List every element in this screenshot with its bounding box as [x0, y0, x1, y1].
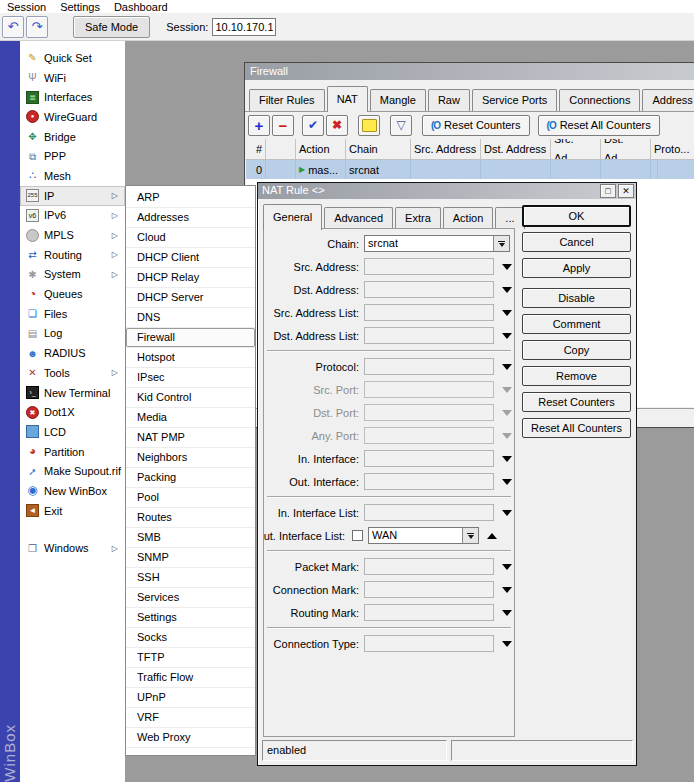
dropdown-arrow-icon[interactable]	[502, 264, 512, 270]
submenu-item[interactable]: SSH	[126, 568, 255, 588]
firewall-tab[interactable]: Connections	[559, 89, 640, 111]
dropdown-arrow-icon[interactable]	[502, 287, 512, 293]
sidebar-item[interactable]: ❐ Windows	[20, 539, 125, 559]
submenu-item[interactable]: Cloud	[126, 228, 255, 248]
sidebar-item[interactable]: ∴ Mesh	[20, 166, 125, 186]
dialog-button[interactable]: Cancel	[522, 232, 631, 252]
firewall-titlebar[interactable]: Firewall	[245, 63, 694, 80]
dialog-titlebar[interactable]: NAT Rule <>	[258, 183, 636, 199]
add-rule-button[interactable]: +	[248, 115, 270, 136]
submenu-item[interactable]: Addresses	[126, 208, 255, 228]
dialog-tab[interactable]: Extra	[395, 207, 441, 229]
field-input[interactable]	[364, 604, 494, 621]
sidebar-item[interactable]: ● WireGuard	[20, 107, 125, 127]
dropdown-arrow-icon[interactable]	[502, 387, 512, 393]
dropdown-arrow-icon[interactable]	[502, 410, 512, 416]
sidebar-item[interactable]: Ψ WiFi	[20, 68, 125, 88]
dialog-tab[interactable]: ...	[495, 207, 524, 229]
column-header[interactable]: Proto...	[651, 139, 694, 159]
enable-rule-button[interactable]: ✔	[302, 115, 324, 136]
field-input[interactable]	[364, 404, 494, 421]
submenu-item[interactable]: Services	[126, 588, 255, 608]
combo-dropdown-icon[interactable]	[493, 236, 509, 251]
sidebar-item[interactable]: LCD	[20, 422, 125, 442]
dropdown-arrow-icon[interactable]	[502, 479, 512, 485]
firewall-tab[interactable]: Filter Rules	[249, 89, 325, 111]
field-input[interactable]	[364, 258, 494, 275]
menu-item[interactable]: Settings	[53, 1, 107, 13]
field-checkbox[interactable]	[352, 530, 363, 541]
column-header[interactable]: Chain	[346, 139, 411, 159]
sidebar-item[interactable]: ◄ Exit	[20, 501, 125, 521]
submenu-item[interactable]: DHCP Client	[126, 248, 255, 268]
sidebar-item[interactable]: ✖ Dot1X	[20, 402, 125, 422]
field-input[interactable]	[364, 504, 494, 521]
field-input[interactable]	[364, 581, 494, 598]
sidebar-item[interactable]: ❏ Files	[20, 304, 125, 324]
nat-rule-row[interactable]: 0 ▶ mas... srcnat	[246, 160, 694, 179]
submenu-item[interactable]: DHCP Server	[126, 288, 255, 308]
submenu-item[interactable]: DHCP Relay	[126, 268, 255, 288]
sidebar-item[interactable]: ☻ RADIUS	[20, 343, 125, 363]
submenu-item[interactable]: Media	[126, 408, 255, 428]
submenu-item[interactable]: Socks	[126, 628, 255, 648]
combo-dropdown-icon[interactable]	[462, 528, 478, 543]
submenu-item[interactable]: Settings	[126, 608, 255, 628]
field-input[interactable]: WAN	[368, 527, 479, 544]
dialog-button[interactable]: OK	[522, 205, 631, 227]
sidebar-item[interactable]: ›_ New Terminal	[20, 383, 125, 403]
dropdown-arrow-icon[interactable]	[502, 310, 512, 316]
sidebar-item[interactable]: v6 IPv6	[20, 206, 125, 226]
field-input[interactable]	[364, 427, 494, 444]
maximize-icon[interactable]: □	[600, 184, 616, 198]
sidebar-item[interactable]: ✎ Quick Set	[20, 48, 125, 68]
submenu-item[interactable]: NAT PMP	[126, 428, 255, 448]
sidebar-item[interactable]: ≣ Interfaces	[20, 87, 125, 107]
dialog-button[interactable]: Comment	[522, 314, 631, 334]
dropdown-arrow-icon[interactable]	[502, 333, 512, 339]
submenu-item[interactable]: Kid Control	[126, 388, 255, 408]
dialog-button[interactable]: Copy	[522, 340, 631, 360]
menu-item[interactable]: Session	[0, 1, 53, 13]
dialog-button[interactable]: Remove	[522, 366, 631, 386]
field-input[interactable]	[364, 450, 494, 467]
field-input[interactable]	[364, 327, 494, 344]
safe-mode-button[interactable]: Safe Mode	[73, 16, 150, 38]
close-icon[interactable]: ✕	[618, 184, 634, 198]
column-header[interactable]: Dst. Ad...	[601, 139, 651, 159]
sidebar-item[interactable]: MPLS	[20, 225, 125, 245]
field-input[interactable]	[364, 304, 494, 321]
firewall-tab[interactable]: Service Ports	[472, 89, 557, 111]
submenu-item[interactable]: SNMP	[126, 548, 255, 568]
dropdown-arrow-icon[interactable]	[502, 456, 512, 462]
dropdown-arrow-icon[interactable]	[502, 364, 512, 370]
sidebar-item[interactable]: ◉ New WinBox	[20, 481, 125, 501]
submenu-item[interactable]: Web Proxy	[126, 728, 255, 748]
submenu-item[interactable]: SMB	[126, 528, 255, 548]
sidebar-item[interactable]: ✱ System	[20, 265, 125, 285]
field-input[interactable]	[364, 473, 494, 490]
dialog-button[interactable]: Disable	[522, 288, 631, 308]
dialog-button[interactable]: Apply	[522, 258, 631, 278]
dialog-button[interactable]: Reset Counters	[522, 392, 631, 412]
dropdown-arrow-icon[interactable]	[502, 587, 512, 593]
sidebar-item[interactable]: ◔ Queues	[20, 284, 125, 304]
sidebar-item[interactable]: ✥ Bridge	[20, 127, 125, 147]
dialog-tab[interactable]: Action	[443, 207, 494, 229]
submenu-item[interactable]: IPsec	[126, 368, 255, 388]
submenu-item[interactable]: Traffic Flow	[126, 668, 255, 688]
disable-rule-button[interactable]: ✖	[326, 115, 348, 136]
sidebar-item[interactable]: ◕ Partition	[20, 442, 125, 462]
dialog-tab[interactable]: General	[263, 204, 322, 230]
submenu-item[interactable]: VRF	[126, 708, 255, 728]
field-input[interactable]	[364, 281, 494, 298]
submenu-item[interactable]: UPnP	[126, 688, 255, 708]
filter-button[interactable]: ▽	[390, 115, 412, 136]
sidebar-item[interactable]: ⧉ PPP	[20, 146, 125, 166]
submenu-item[interactable]: TFTP	[126, 648, 255, 668]
reset-all-counters-button[interactable]: (O Reset All Counters	[538, 115, 660, 136]
redo-icon[interactable]: ↷	[26, 16, 48, 38]
session-input[interactable]	[212, 18, 276, 36]
dropdown-arrow-icon[interactable]	[502, 610, 512, 616]
sidebar-item[interactable]: ➚ Make Supout.rif	[20, 461, 125, 481]
